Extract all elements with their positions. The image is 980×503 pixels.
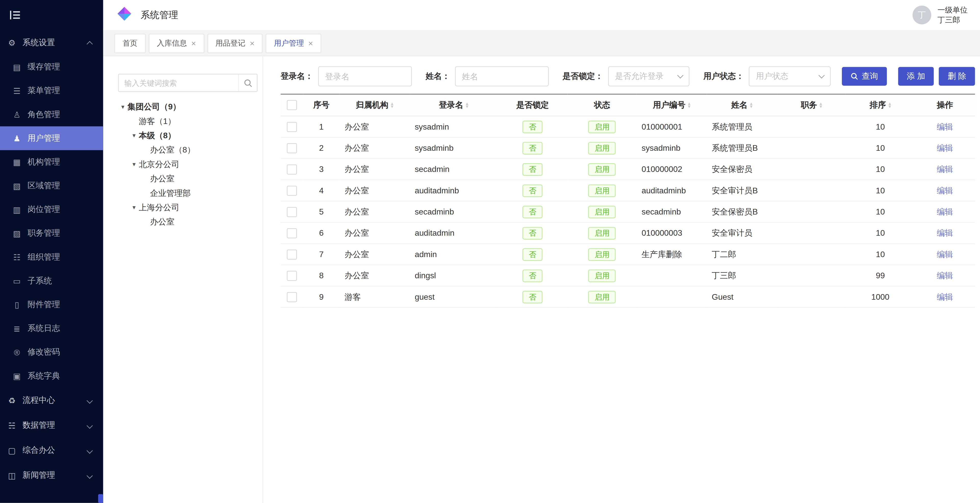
add-button[interactable]: 添 加: [898, 67, 934, 86]
edit-link[interactable]: 编辑: [937, 292, 953, 301]
attachment-icon: ▯: [12, 300, 22, 310]
sidebar-section-data-management[interactable]: ☵数据管理: [0, 413, 103, 438]
row-checkbox[interactable]: [287, 186, 297, 196]
sidebar-item-system-log[interactable]: ≣系统日志: [0, 316, 103, 340]
data-icon: ☵: [7, 421, 17, 430]
row-checkbox[interactable]: [287, 292, 297, 302]
status-filter-select[interactable]: 用户状态: [749, 66, 830, 86]
sidebar-item-cache-management[interactable]: ▤缓存管理: [0, 55, 103, 79]
cell-seq: 3: [303, 159, 340, 180]
tab-inbound-info[interactable]: 入库信息×: [149, 34, 204, 53]
row-checkbox[interactable]: [287, 122, 297, 132]
sidebar-item-duty-management[interactable]: ▨职务管理: [0, 221, 103, 245]
sidebar-item-region-management[interactable]: ▧区域管理: [0, 174, 103, 198]
office-icon: ▢: [7, 446, 17, 455]
sidebar-section-process-center[interactable]: ♻流程中心: [0, 388, 103, 413]
edit-link[interactable]: 编辑: [937, 207, 953, 216]
close-icon[interactable]: ×: [191, 39, 196, 47]
edit-link[interactable]: 编辑: [937, 143, 953, 152]
cell-seq: 5: [303, 201, 340, 222]
sidebar-item-attachment-management[interactable]: ▯附件管理: [0, 293, 103, 316]
row-checkbox[interactable]: [287, 207, 297, 217]
tab-home[interactable]: 首页: [115, 34, 146, 53]
sidebar-section-office[interactable]: ▢综合办公: [0, 438, 103, 463]
cell-duty: [777, 116, 846, 137]
lock-filter-select[interactable]: 是否允许登录: [608, 66, 690, 86]
tree-node[interactable]: 游客（1）: [115, 114, 262, 128]
chevron-up-icon: [87, 41, 93, 47]
column-header-duty[interactable]: 职务▴▾: [777, 94, 846, 116]
edit-link[interactable]: 编辑: [937, 228, 953, 238]
sidebar-section-news-management[interactable]: ◫新闻管理: [0, 463, 103, 488]
tree-search-button[interactable]: [238, 75, 257, 91]
sidebar-item-group-management[interactable]: ☷组织管理: [0, 245, 103, 269]
row-checkbox[interactable]: [287, 228, 297, 238]
sidebar-item-menu-management[interactable]: ☰菜单管理: [0, 79, 103, 102]
user-box[interactable]: 丁 一级单位 丁三郎: [912, 5, 967, 25]
caret-down-icon[interactable]: ▾: [129, 161, 139, 168]
cell-name: 安全审计员B: [707, 180, 777, 201]
tree-node[interactable]: ▾上海分公司: [115, 200, 262, 214]
tree-node[interactable]: 办公室: [115, 171, 262, 186]
sidebar-scrollbar-thumb[interactable]: [98, 494, 103, 503]
caret-down-icon[interactable]: ▾: [129, 204, 139, 211]
column-header-sort[interactable]: 排序▴▾: [846, 94, 915, 116]
cell-sort: 10: [846, 222, 915, 244]
cell-code: secadminb: [637, 201, 707, 222]
sidebar-item-system-dictionary[interactable]: ▣系统字典: [0, 364, 103, 388]
tree-search-input[interactable]: [119, 78, 238, 87]
login-filter-input[interactable]: [318, 66, 412, 86]
column-header-checkbox[interactable]: [281, 94, 303, 116]
sidebar-item-user-management[interactable]: ♟用户管理: [0, 126, 103, 150]
login-filter-label: 登录名：: [281, 71, 313, 82]
sort-icon[interactable]: ▴▾: [688, 102, 690, 109]
sort-icon[interactable]: ▴▾: [750, 102, 752, 109]
edit-link[interactable]: 编辑: [937, 122, 953, 131]
tree-node[interactable]: ▾北京分公司: [115, 157, 262, 171]
close-icon[interactable]: ×: [250, 39, 255, 47]
sort-icon[interactable]: ▴▾: [888, 102, 891, 109]
tab-user-management[interactable]: 用户管理×: [266, 34, 321, 53]
tree-node[interactable]: 企业管理部: [115, 186, 262, 200]
row-checkbox[interactable]: [287, 249, 297, 259]
content: ▾集团公司（9）游客（1）▾本级（8）办公室（8）▾北京分公司办公室企业管理部▾…: [103, 56, 980, 503]
caret-down-icon[interactable]: ▾: [118, 103, 127, 110]
close-icon[interactable]: ×: [308, 39, 313, 47]
sidebar-item-org-management[interactable]: ▦机构管理: [0, 150, 103, 174]
status-badge: 启用: [588, 269, 616, 282]
sidebar-item-subsystem[interactable]: ▭子系统: [0, 269, 103, 292]
sidebar-section-system-settings[interactable]: ⚙系统设置: [0, 30, 103, 55]
tab-supplies-registration[interactable]: 用品登记×: [207, 34, 262, 53]
sidebar-item-post-management[interactable]: ▥岗位管理: [0, 198, 103, 221]
tree-node[interactable]: ▾本级（8）: [115, 128, 262, 142]
sidebar-item-change-password[interactable]: ®修改密码: [0, 340, 103, 364]
sort-icon[interactable]: ▴▾: [391, 102, 393, 109]
cell-seq: 1: [303, 116, 340, 137]
column-header-org[interactable]: 归属机构▴▾: [339, 94, 410, 116]
row-checkbox[interactable]: [287, 271, 297, 281]
select-all-checkbox[interactable]: [287, 100, 297, 110]
tree-node[interactable]: 办公室（8）: [115, 142, 262, 157]
search-button[interactable]: 查询: [842, 67, 887, 86]
avatar[interactable]: 丁: [912, 6, 931, 24]
name-filter-input[interactable]: [455, 66, 549, 86]
tree-node[interactable]: 办公室: [115, 214, 262, 229]
sort-icon[interactable]: ▴▾: [466, 102, 468, 109]
cell-org: 办公室: [339, 137, 410, 158]
column-header-code[interactable]: 用户编号▴▾: [637, 94, 707, 116]
tree-node[interactable]: ▾集团公司（9）: [115, 99, 262, 114]
caret-down-icon[interactable]: ▾: [129, 132, 139, 139]
sidebar-section-label: 数据管理: [22, 420, 55, 431]
sort-icon[interactable]: ▴▾: [819, 102, 822, 109]
row-checkbox[interactable]: [287, 164, 297, 174]
column-header-login[interactable]: 登录名▴▾: [410, 94, 498, 116]
edit-link[interactable]: 编辑: [937, 249, 953, 259]
edit-link[interactable]: 编辑: [937, 185, 953, 195]
row-checkbox[interactable]: [287, 143, 297, 153]
collapse-sidebar-icon[interactable]: [10, 11, 20, 19]
column-header-name[interactable]: 姓名▴▾: [707, 94, 777, 116]
sidebar-item-role-management[interactable]: ♙角色管理: [0, 102, 103, 126]
edit-link[interactable]: 编辑: [937, 164, 953, 174]
delete-button[interactable]: 删 除: [939, 67, 975, 86]
edit-link[interactable]: 编辑: [937, 271, 953, 280]
